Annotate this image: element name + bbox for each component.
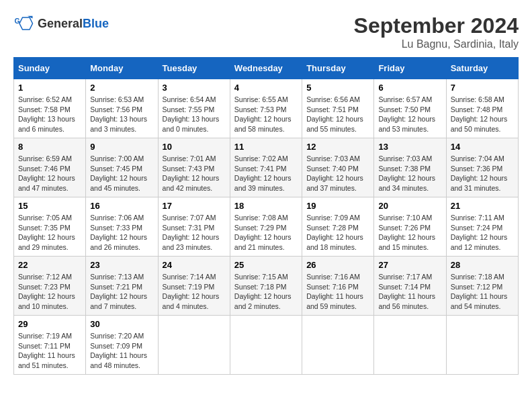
daylight-text: Daylight: 11 hours and 59 minutes. — [306, 292, 363, 310]
calendar-week-3: 15Sunrise: 7:05 AMSunset: 7:35 PMDayligh… — [14, 197, 519, 257]
day-number: 3 — [163, 83, 226, 93]
sunset-text: Sunset: 7:45 PM — [90, 165, 142, 173]
day-info: Sunrise: 7:10 AMSunset: 7:26 PMDaylight:… — [378, 213, 441, 253]
sunset-text: Sunset: 7:55 PM — [163, 105, 215, 113]
sunset-text: Sunset: 7:28 PM — [306, 224, 359, 232]
day-info: Sunrise: 6:59 AMSunset: 7:46 PMDaylight:… — [18, 154, 81, 193]
sunset-text: Sunset: 7:38 PM — [378, 165, 431, 173]
day-info: Sunrise: 7:13 AMSunset: 7:21 PMDaylight:… — [90, 272, 153, 312]
day-number: 20 — [378, 201, 441, 211]
sunrise-text: Sunrise: 7:02 AM — [234, 154, 288, 163]
calendar-cell — [158, 316, 230, 375]
daylight-text: Daylight: 13 hours and 3 minutes. — [90, 115, 147, 133]
day-number: 8 — [18, 142, 81, 152]
sunset-text: Sunset: 7:18 PM — [234, 283, 287, 291]
day-number: 2 — [90, 83, 153, 93]
sunrise-text: Sunrise: 7:13 AM — [90, 273, 144, 281]
daylight-text: Daylight: 12 hours and 53 minutes. — [378, 115, 435, 133]
sunrise-text: Sunrise: 7:06 AM — [90, 214, 144, 222]
sunrise-text: Sunrise: 7:17 AM — [378, 273, 432, 281]
calendar-cell: 10Sunrise: 7:01 AMSunset: 7:43 PMDayligh… — [158, 138, 230, 197]
sunset-text: Sunset: 7:53 PM — [234, 105, 287, 113]
daylight-text: Daylight: 12 hours and 45 minutes. — [90, 174, 147, 192]
day-info: Sunrise: 7:03 AMSunset: 7:40 PMDaylight:… — [306, 154, 369, 193]
calendar-cell: 4Sunrise: 6:55 AMSunset: 7:53 PMDaylight… — [230, 79, 302, 138]
calendar-cell: 12Sunrise: 7:03 AMSunset: 7:40 PMDayligh… — [302, 138, 374, 197]
day-info: Sunrise: 7:00 AMSunset: 7:45 PMDaylight:… — [90, 154, 153, 193]
day-number: 6 — [378, 83, 441, 93]
sunset-text: Sunset: 7:46 PM — [18, 165, 71, 173]
calendar-cell: 21Sunrise: 7:11 AMSunset: 7:24 PMDayligh… — [446, 197, 518, 257]
sunrise-text: Sunrise: 7:16 AM — [306, 273, 360, 281]
day-number: 30 — [90, 319, 153, 329]
day-number: 12 — [306, 142, 369, 152]
sunrise-text: Sunrise: 7:01 AM — [163, 154, 216, 163]
sunset-text: Sunset: 7:31 PM — [163, 224, 215, 232]
calendar-cell — [230, 316, 302, 375]
daylight-text: Daylight: 12 hours and 58 minutes. — [234, 115, 292, 133]
calendar-cell: 1Sunrise: 6:52 AMSunset: 7:58 PMDaylight… — [14, 79, 86, 138]
sunrise-text: Sunrise: 7:11 AM — [451, 214, 504, 222]
weekday-header-saturday: Saturday — [446, 58, 518, 79]
title-section: September 2024 Lu Bagnu, Sardinia, Italy — [354, 13, 519, 50]
calendar-cell: 11Sunrise: 7:02 AMSunset: 7:41 PMDayligh… — [230, 138, 302, 197]
sunrise-text: Sunrise: 6:57 AM — [378, 95, 432, 103]
sunrise-text: Sunrise: 7:12 AM — [18, 273, 72, 281]
sunset-text: Sunset: 7:40 PM — [306, 165, 359, 173]
calendar-week-2: 8Sunrise: 6:59 AMSunset: 7:46 PMDaylight… — [14, 138, 519, 197]
calendar-cell: 13Sunrise: 7:03 AMSunset: 7:38 PMDayligh… — [374, 138, 446, 197]
day-info: Sunrise: 7:17 AMSunset: 7:14 PMDaylight:… — [378, 272, 441, 312]
daylight-text: Daylight: 12 hours and 10 minutes. — [18, 292, 75, 310]
calendar-cell: 28Sunrise: 7:18 AMSunset: 7:12 PMDayligh… — [446, 257, 518, 316]
day-info: Sunrise: 6:58 AMSunset: 7:48 PMDaylight:… — [451, 95, 514, 134]
day-info: Sunrise: 7:18 AMSunset: 7:12 PMDaylight:… — [451, 272, 514, 312]
sunset-text: Sunset: 7:33 PM — [90, 224, 142, 232]
day-number: 7 — [451, 83, 514, 93]
day-info: Sunrise: 7:16 AMSunset: 7:16 PMDaylight:… — [306, 272, 369, 312]
svg-marker-1 — [19, 17, 33, 30]
day-info: Sunrise: 7:05 AMSunset: 7:35 PMDaylight:… — [18, 213, 81, 253]
day-info: Sunrise: 7:09 AMSunset: 7:28 PMDaylight:… — [306, 213, 369, 253]
day-number: 4 — [234, 83, 298, 93]
calendar-week-5: 29Sunrise: 7:19 AMSunset: 7:11 PMDayligh… — [14, 316, 519, 375]
sunset-text: Sunset: 7:41 PM — [234, 165, 287, 173]
day-info: Sunrise: 6:52 AMSunset: 7:58 PMDaylight:… — [18, 95, 81, 134]
sunrise-text: Sunrise: 6:52 AM — [18, 95, 72, 103]
page-header: G GeneralBlue September 2024 Lu Bagnu, S… — [13, 13, 519, 50]
month-title: September 2024 — [354, 13, 519, 38]
location: Lu Bagnu, Sardinia, Italy — [354, 38, 519, 50]
sunrise-text: Sunrise: 7:04 AM — [451, 154, 504, 163]
calendar-cell: 26Sunrise: 7:16 AMSunset: 7:16 PMDayligh… — [302, 257, 374, 316]
daylight-text: Daylight: 12 hours and 50 minutes. — [451, 115, 508, 133]
sunset-text: Sunset: 7:35 PM — [18, 224, 71, 232]
sunset-text: Sunset: 7:24 PM — [451, 224, 503, 232]
day-number: 19 — [306, 201, 369, 211]
day-number: 25 — [234, 260, 298, 270]
calendar-cell: 16Sunrise: 7:06 AMSunset: 7:33 PMDayligh… — [86, 197, 158, 257]
sunset-text: Sunset: 7:26 PM — [378, 224, 431, 232]
calendar-cell: 24Sunrise: 7:14 AMSunset: 7:19 PMDayligh… — [158, 257, 230, 316]
day-info: Sunrise: 7:04 AMSunset: 7:36 PMDaylight:… — [451, 154, 514, 193]
sunrise-text: Sunrise: 7:10 AM — [378, 214, 432, 222]
logo-text: GeneralBlue — [38, 17, 109, 31]
sunset-text: Sunset: 7:50 PM — [378, 105, 431, 113]
sunset-text: Sunset: 7:21 PM — [90, 283, 142, 291]
sunset-text: Sunset: 7:19 PM — [163, 283, 215, 291]
sunset-text: Sunset: 7:58 PM — [18, 105, 71, 113]
day-info: Sunrise: 6:55 AMSunset: 7:53 PMDaylight:… — [234, 95, 298, 134]
day-number: 27 — [378, 260, 441, 270]
calendar-week-1: 1Sunrise: 6:52 AMSunset: 7:58 PMDaylight… — [14, 79, 519, 138]
calendar-cell: 9Sunrise: 7:00 AMSunset: 7:45 PMDaylight… — [86, 138, 158, 197]
day-number: 22 — [18, 260, 81, 270]
day-number: 16 — [90, 201, 153, 211]
day-number: 24 — [163, 260, 226, 270]
calendar-cell: 6Sunrise: 6:57 AMSunset: 7:50 PMDaylight… — [374, 79, 446, 138]
weekday-header-thursday: Thursday — [302, 58, 374, 79]
day-number: 14 — [451, 142, 514, 152]
calendar-cell: 5Sunrise: 6:56 AMSunset: 7:51 PMDaylight… — [302, 79, 374, 138]
daylight-text: Daylight: 12 hours and 26 minutes. — [90, 233, 147, 251]
day-number: 15 — [18, 201, 81, 211]
weekday-header-friday: Friday — [374, 58, 446, 79]
calendar-cell: 30Sunrise: 7:20 AMSunset: 7:09 PMDayligh… — [86, 316, 158, 375]
calendar-cell: 17Sunrise: 7:07 AMSunset: 7:31 PMDayligh… — [158, 197, 230, 257]
